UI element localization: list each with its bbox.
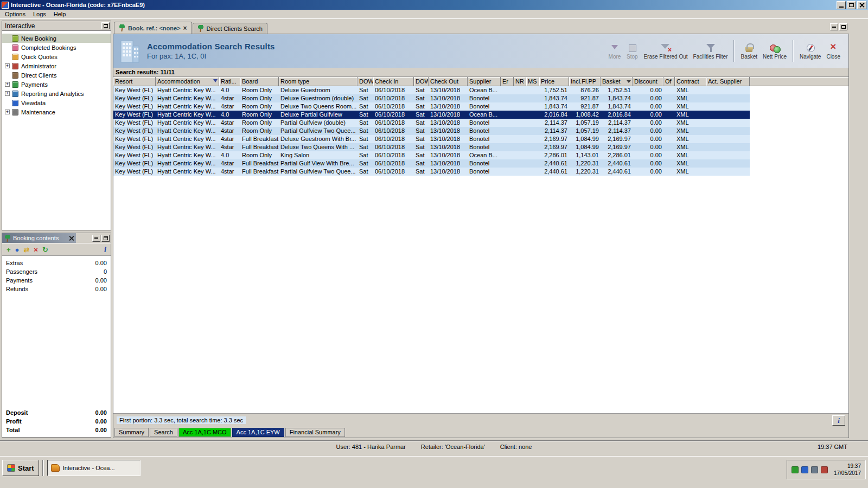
minimize-icon: [94, 237, 98, 239]
message-icon[interactable]: [801, 466, 808, 473]
info-button[interactable]: i: [832, 415, 845, 426]
minimize-icon: [832, 27, 836, 28]
expand-icon[interactable]: +: [5, 82, 10, 87]
mdi-restore-button[interactable]: [839, 23, 847, 30]
maximize-panel-button[interactable]: [101, 235, 110, 242]
column-header-board[interactable]: Board: [240, 77, 279, 86]
nett-price-button[interactable]: Nett Price: [760, 41, 789, 61]
column-header-ms[interactable]: MS: [526, 77, 539, 86]
statusbar-time: 19:37 GMT: [818, 444, 847, 450]
more-button[interactable]: More: [606, 41, 624, 61]
close-button[interactable]: Close: [824, 41, 843, 61]
sidebar-item-new-booking[interactable]: New Booking: [2, 34, 111, 43]
column-header-supplier[interactable]: Supplier: [468, 77, 501, 86]
transfer-icon[interactable]: ⇄: [23, 246, 29, 253]
audio-icon[interactable]: [821, 466, 828, 473]
delete-icon[interactable]: ×: [34, 246, 38, 253]
bottom-tab-financial-summary[interactable]: Financial Summary: [285, 428, 345, 437]
column-header-of[interactable]: Of: [663, 77, 675, 86]
close-button[interactable]: [857, 1, 866, 9]
close-panel-icon[interactable]: [69, 236, 74, 241]
column-label: NR: [515, 78, 524, 85]
sort-icon: [627, 80, 631, 83]
column-header-price[interactable]: Price: [539, 77, 569, 86]
clock-time: 19:37: [834, 463, 861, 470]
column-header-er[interactable]: Er: [501, 77, 514, 86]
menu-logs[interactable]: Logs: [29, 10, 50, 18]
info-icon[interactable]: i: [104, 246, 106, 253]
add-icon[interactable]: +: [7, 246, 11, 253]
table-row[interactable]: Key West (FL)Hyatt Centric Key W...4star…: [113, 168, 750, 176]
column-header-nr[interactable]: NR: [514, 77, 526, 86]
column-header-accommodation[interactable]: Accommodation: [156, 77, 219, 86]
tab-direct-clients-search[interactable]: Direct Clients Search: [193, 23, 267, 34]
cell-dow: Sat: [358, 94, 373, 102]
column-header-check-out[interactable]: Check Out: [429, 77, 468, 86]
taskbar-task-button[interactable]: Interactive - Ocea...: [47, 460, 141, 476]
column-header-dow[interactable]: DOW: [358, 77, 373, 86]
column-header-act-supplier[interactable]: Act. Supplier: [706, 77, 750, 86]
table-row[interactable]: Key West (FL)Hyatt Centric Key W...4star…: [113, 102, 750, 111]
start-button[interactable]: Start: [2, 460, 39, 476]
tab-book-ref-none[interactable]: Book. ref.: <none>: [114, 22, 192, 34]
close-tab-icon[interactable]: [183, 25, 187, 31]
sidebar-item-payments[interactable]: +Payments: [2, 80, 111, 89]
cell-dow: Sat: [414, 119, 429, 127]
column-label: Contract: [676, 78, 699, 85]
table-row[interactable]: Key West (FL)Hyatt Centric Key W...4star…: [113, 159, 750, 168]
menu-options[interactable]: Options: [1, 10, 29, 18]
table-row[interactable]: Key West (FL)Hyatt Centric Key W...4.0Ro…: [113, 111, 750, 119]
world-icon[interactable]: ●: [15, 246, 20, 253]
cell-ms: [526, 159, 539, 168]
mdi-minimize-button[interactable]: [830, 23, 838, 30]
column-header-dow[interactable]: DOW: [414, 77, 429, 86]
column-label: Price: [541, 78, 554, 85]
expand-icon[interactable]: +: [5, 91, 10, 96]
navigate-button[interactable]: Navigate: [797, 41, 824, 61]
table-row[interactable]: Key West (FL)Hyatt Centric Key W...4star…: [113, 94, 750, 102]
table-row[interactable]: Key West (FL)Hyatt Centric Key W...4star…: [113, 135, 750, 143]
bottom-tab-summary[interactable]: Summary: [114, 428, 149, 437]
refresh-icon[interactable]: ↻: [42, 246, 48, 253]
stop-button[interactable]: Stop: [623, 41, 641, 61]
table-row[interactable]: Key West (FL)Hyatt Centric Key W...4star…: [113, 119, 750, 127]
table-row[interactable]: Key West (FL)Hyatt Centric Key W...4star…: [113, 143, 750, 151]
table-row[interactable]: Key West (FL)Hyatt Centric Key W...4.0Ro…: [113, 151, 750, 159]
table-row[interactable]: Key West (FL)Hyatt Centric Key W...4star…: [113, 127, 750, 135]
bottom-tab-search[interactable]: Search: [150, 428, 177, 437]
booking-row-label: Extras: [6, 259, 95, 267]
sidebar-item-direct-clients[interactable]: Direct Clients: [2, 70, 111, 80]
collapse-panel-button[interactable]: [101, 22, 110, 29]
expand-icon[interactable]: +: [5, 63, 10, 68]
sidebar-item-administrator[interactable]: +Administrator: [2, 61, 111, 70]
sidebar-item-viewdata[interactable]: Viewdata: [2, 98, 111, 107]
sidebar-item-quick-quotes[interactable]: Quick Quotes: [2, 52, 111, 61]
sidebar-item-maintenance[interactable]: +Maintenance: [2, 107, 111, 117]
column-header-room-type[interactable]: Room type: [279, 77, 358, 86]
column-header-check-in[interactable]: Check In: [373, 77, 414, 86]
bottom-tab-acc-1a-1c-eyw[interactable]: Acc 1A,1C EYW: [232, 428, 284, 437]
network-icon[interactable]: [792, 466, 799, 473]
maximize-button[interactable]: [847, 1, 856, 9]
column-header-incl-fl-pp[interactable]: Incl.Fl.PP: [569, 77, 601, 86]
bottom-tab-acc-1a-1c-mco[interactable]: Acc 1A,1C MCO: [178, 428, 231, 437]
cell-discount: 0.00: [633, 135, 663, 143]
column-header-discount[interactable]: Discount: [633, 77, 663, 86]
expand-icon[interactable]: +: [5, 110, 10, 114]
minimize-button[interactable]: [837, 1, 846, 9]
cell-nr: [514, 151, 526, 159]
basket-button[interactable]: Basket: [738, 41, 760, 61]
display-icon[interactable]: [811, 466, 818, 473]
facilities-filter-button[interactable]: Facilities Filter: [691, 41, 731, 61]
menu-help[interactable]: Help: [50, 10, 70, 18]
column-header-basket[interactable]: Basket: [601, 77, 633, 86]
minimize-panel-button[interactable]: [92, 235, 100, 242]
filter-icon[interactable]: [213, 79, 218, 82]
column-header-rati[interactable]: Rati...: [219, 77, 240, 86]
table-row[interactable]: Key West (FL)Hyatt Centric Key W...4.0Ro…: [113, 86, 750, 94]
column-header-resort[interactable]: Resort: [113, 77, 156, 86]
column-header-contract[interactable]: Contract: [675, 77, 706, 86]
sidebar-item-completed-bookings[interactable]: Completed Bookings: [2, 43, 111, 52]
sidebar-item-reporting-and-analytics[interactable]: +Reporting and Analytics: [2, 89, 111, 98]
erase-filtered-button[interactable]: Erase Filtered Out: [641, 41, 690, 61]
